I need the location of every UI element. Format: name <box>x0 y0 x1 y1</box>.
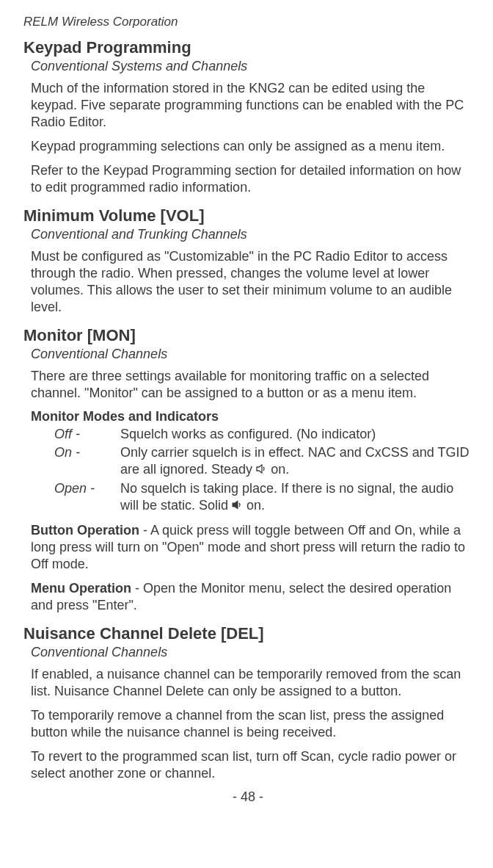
subtitle-volume: Conventional and Trunking Channels <box>31 227 472 242</box>
page-number: - 48 - <box>23 789 472 805</box>
mode-desc-on-pre: Only carrier squelch is in effect. NAC a… <box>120 445 470 477</box>
subtitle-monitor: Conventional Channels <box>31 347 472 362</box>
heading-keypad-programming: Keypad Programming <box>23 38 472 57</box>
mode-desc-on: Only carrier squelch is in effect. NAC a… <box>120 444 472 479</box>
speaker-outline-icon <box>256 461 267 478</box>
header-corporation: RELM Wireless Corporation <box>23 15 472 29</box>
mode-label-open: Open - <box>54 480 120 515</box>
heading-nuisance-delete: Nuisance Channel Delete [DEL] <box>23 624 472 643</box>
heading-monitor-modes: Monitor Modes and Indicators <box>31 409 472 424</box>
heading-minimum-volume: Minimum Volume [VOL] <box>23 206 472 225</box>
para-nuisance-2: To temporarily remove a channel from the… <box>31 707 472 741</box>
document-page: RELM Wireless Corporation Keypad Program… <box>0 0 493 818</box>
mode-row-open: Open - No squelch is taking place. If th… <box>54 480 472 515</box>
mode-row-off: Off - Squelch works as configured. (No i… <box>54 426 472 443</box>
mode-desc-open-pre: No squelch is taking place. If there is … <box>120 481 453 513</box>
mode-label-on: On - <box>54 444 120 479</box>
mode-row-on: On - Only carrier squelch is in effect. … <box>54 444 472 479</box>
subtitle-keypad: Conventional Systems and Channels <box>31 59 472 74</box>
mode-desc-off: Squelch works as configured. (No indicat… <box>120 426 472 443</box>
label-button-operation: Button Operation <box>31 523 139 538</box>
para-keypad-2: Keypad programming selections can only b… <box>31 138 472 155</box>
para-monitor-1: There are three settings available for m… <box>31 368 472 402</box>
para-nuisance-3: To revert to the programmed scan list, t… <box>31 748 472 782</box>
mode-desc-open: No squelch is taking place. If there is … <box>120 480 472 515</box>
para-menu-operation: Menu Operation - Open the Monitor menu, … <box>31 580 472 614</box>
speaker-solid-icon <box>232 497 243 514</box>
heading-monitor: Monitor [MON] <box>23 326 472 345</box>
para-nuisance-1: If enabled, a nuisance channel can be te… <box>31 666 472 700</box>
para-keypad-3: Refer to the Keypad Programming section … <box>31 162 472 196</box>
mode-label-off: Off - <box>54 426 120 443</box>
mode-desc-open-post: on. <box>243 498 265 513</box>
para-keypad-1: Much of the information stored in the KN… <box>31 80 472 131</box>
label-menu-operation: Menu Operation <box>31 581 131 596</box>
mode-desc-on-post: on. <box>267 462 289 477</box>
subtitle-nuisance: Conventional Channels <box>31 645 472 660</box>
para-volume-1: Must be configured as "Customizable" in … <box>31 248 472 316</box>
para-button-operation: Button Operation - A quick press will to… <box>31 522 472 573</box>
